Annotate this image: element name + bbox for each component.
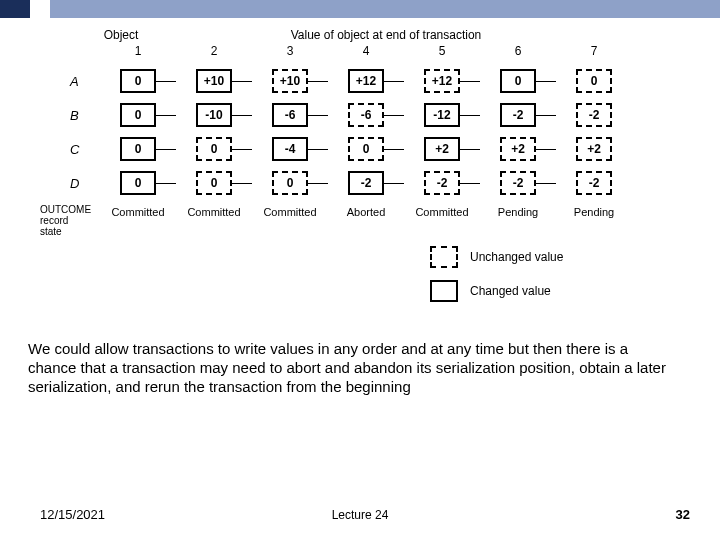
row-label: D: [70, 176, 100, 191]
column-number: 1: [100, 44, 176, 58]
connector-line: [384, 115, 404, 116]
connector-line: [460, 149, 480, 150]
changed-value-box: +10: [196, 69, 232, 93]
data-row: A0+10+10+12+1200: [70, 64, 670, 98]
data-row: B0-10-6-6-12-2-2: [70, 98, 670, 132]
changed-value-box: -2: [500, 103, 536, 127]
unchanged-value-box: -6: [348, 103, 384, 127]
connector-line: [460, 183, 480, 184]
unchanged-value-box: -2: [576, 171, 612, 195]
legend-unchanged-box: [430, 246, 458, 268]
unchanged-value-box: -2: [500, 171, 536, 195]
changed-value-box: -10: [196, 103, 232, 127]
connector-line: [536, 115, 556, 116]
legend: Unchanged value Changed value: [430, 240, 563, 308]
changed-value-box: 0: [120, 69, 156, 93]
connector-line: [536, 183, 556, 184]
value-cell: -2: [556, 103, 632, 127]
changed-value-box: 0: [120, 171, 156, 195]
unchanged-value-box: 0: [196, 137, 232, 161]
row-label: A: [70, 74, 100, 89]
unchanged-value-box: 0: [576, 69, 612, 93]
changed-value-box: -4: [272, 137, 308, 161]
footer-date: 12/15/2021: [40, 507, 105, 522]
row-label: B: [70, 108, 100, 123]
column-number: 6: [480, 44, 556, 58]
connector-line: [536, 149, 556, 150]
unchanged-value-box: 0: [196, 171, 232, 195]
connector-line: [156, 183, 176, 184]
legend-changed-label: Changed value: [470, 284, 551, 298]
column-number: 5: [404, 44, 480, 58]
connector-line: [232, 183, 252, 184]
value-cell: +2: [556, 137, 632, 161]
legend-unchanged-label: Unchanged value: [470, 250, 563, 264]
column-number: 4: [328, 44, 404, 58]
changed-value-box: +12: [348, 69, 384, 93]
connector-line: [460, 115, 480, 116]
outcome-state: Committed: [176, 206, 252, 218]
unchanged-value-box: 0: [348, 137, 384, 161]
value-cell: -2: [556, 171, 632, 195]
outcome-state: Committed: [404, 206, 480, 218]
connector-line: [232, 149, 252, 150]
changed-value-box: -2: [348, 171, 384, 195]
outcome-state: Aborted: [328, 206, 404, 218]
slide-accent-bar: [0, 0, 720, 18]
changed-value-box: 0: [500, 69, 536, 93]
value-header: Value of object at end of transaction: [142, 28, 630, 42]
connector-line: [156, 149, 176, 150]
changed-value-box: -6: [272, 103, 308, 127]
unchanged-value-box: +2: [576, 137, 612, 161]
unchanged-value-box: -2: [576, 103, 612, 127]
column-number: 3: [252, 44, 328, 58]
body-paragraph: We could allow transactions to write val…: [28, 340, 680, 396]
connector-line: [384, 81, 404, 82]
unchanged-value-box: +10: [272, 69, 308, 93]
outcome-state: Pending: [480, 206, 556, 218]
connector-line: [308, 183, 328, 184]
connector-line: [536, 81, 556, 82]
legend-changed-box: [430, 280, 458, 302]
connector-line: [460, 81, 480, 82]
slide-footer: 12/15/2021 Lecture 24 32: [0, 507, 720, 522]
unchanged-value-box: 0: [272, 171, 308, 195]
transaction-diagram: Object Value of object at end of transac…: [70, 28, 670, 218]
changed-value-box: 0: [120, 137, 156, 161]
connector-line: [232, 115, 252, 116]
object-header: Object: [100, 28, 142, 42]
changed-value-box: +2: [424, 137, 460, 161]
changed-value-box: 0: [120, 103, 156, 127]
outcome-record-state-label: OUTCOME record state: [40, 204, 98, 237]
connector-line: [308, 149, 328, 150]
column-number: 2: [176, 44, 252, 58]
connector-line: [156, 81, 176, 82]
outcome-state: Committed: [100, 206, 176, 218]
value-cell: 0: [556, 69, 632, 93]
unchanged-value-box: +2: [500, 137, 536, 161]
connector-line: [156, 115, 176, 116]
connector-line: [308, 81, 328, 82]
connector-line: [384, 183, 404, 184]
changed-value-box: -12: [424, 103, 460, 127]
unchanged-value-box: +12: [424, 69, 460, 93]
outcome-state: Committed: [252, 206, 328, 218]
column-number: 7: [556, 44, 632, 58]
connector-line: [384, 149, 404, 150]
row-label: C: [70, 142, 100, 157]
footer-page-number: 32: [676, 507, 690, 522]
outcome-state: Pending: [556, 206, 632, 218]
data-row: C00-40+2+2+2: [70, 132, 670, 166]
unchanged-value-box: -2: [424, 171, 460, 195]
connector-line: [232, 81, 252, 82]
connector-line: [308, 115, 328, 116]
footer-lecture: Lecture 24: [332, 508, 389, 522]
data-row: D000-2-2-2-2: [70, 166, 670, 200]
